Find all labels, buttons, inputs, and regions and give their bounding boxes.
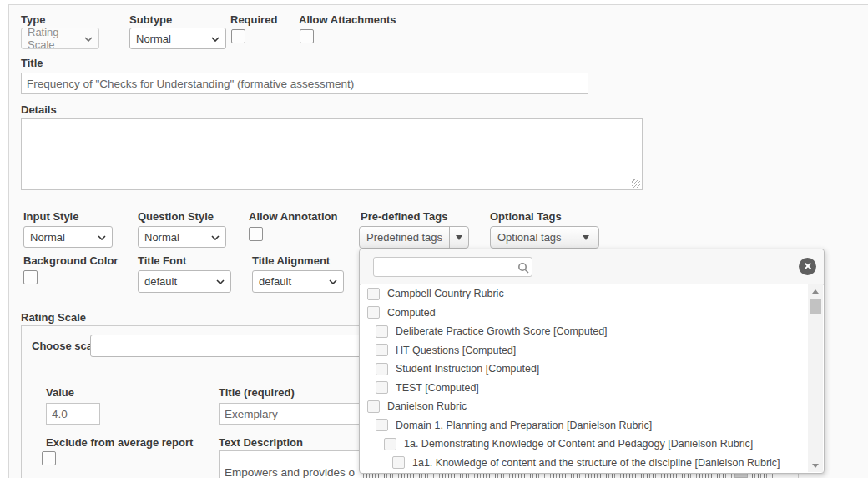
tag-list: Campbell Country RubricComputedDeliberat… bbox=[361, 284, 808, 472]
predefined-tags-dropdown-panel: Campbell Country RubricComputedDeliberat… bbox=[359, 249, 825, 474]
tag-checkbox[interactable] bbox=[392, 456, 405, 469]
tag-option-row[interactable]: Campbell Country Rubric bbox=[361, 284, 808, 304]
tag-option-row[interactable]: Computed bbox=[361, 304, 808, 323]
allow-annotation-label: Allow Annotation bbox=[249, 210, 337, 223]
tag-option-label: HT Questions [Computed] bbox=[396, 345, 516, 356]
title-font-select[interactable]: default bbox=[138, 270, 231, 293]
tag-option-label: TEST [Computed] bbox=[396, 382, 479, 394]
value-input[interactable] bbox=[46, 403, 100, 425]
predefined-tags-combobox[interactable]: Predefined tags bbox=[359, 226, 469, 249]
question-style-select[interactable]: Normal bbox=[138, 226, 226, 248]
question-editor-screen: Type Rating Scale Subtype Normal Require… bbox=[0, 0, 868, 478]
chevron-down-icon bbox=[329, 279, 337, 284]
tag-checkbox[interactable] bbox=[376, 363, 388, 375]
predefined-tags-dropdown-button[interactable] bbox=[449, 227, 468, 248]
tag-option-row[interactable]: Domain 1. Planning and Preparation [Dani… bbox=[361, 416, 808, 435]
input-style-label: Input Style bbox=[23, 210, 78, 223]
predefined-tags-value: Predefined tags bbox=[360, 227, 449, 248]
rating-scale-section-label: Rating Scale bbox=[21, 311, 86, 324]
title-label: Title bbox=[21, 57, 43, 69]
input-style-select[interactable]: Normal bbox=[23, 226, 113, 248]
scale-title-label: Title (required) bbox=[219, 386, 295, 399]
triangle-up-icon bbox=[812, 289, 819, 294]
background-color-label: Background Color bbox=[23, 254, 118, 267]
chevron-down-icon bbox=[211, 37, 220, 42]
allow-attachments-label: Allow Attachments bbox=[299, 13, 396, 26]
text-description-label: Text Description bbox=[219, 436, 303, 449]
tag-option-row[interactable]: 1a1. Knowledge of content and the struct… bbox=[361, 454, 808, 473]
subtype-select-value: Normal bbox=[136, 33, 171, 45]
subtype-label: Subtype bbox=[129, 13, 172, 26]
exclude-average-label: Exclude from average report bbox=[46, 436, 193, 449]
tag-option-row[interactable]: Student Instruction [Computed] bbox=[361, 360, 808, 379]
optional-tags-label: Optional Tags bbox=[490, 210, 562, 223]
triangle-down-icon bbox=[583, 235, 589, 240]
tag-option-row[interactable]: Deliberate Practice Growth Score [Comput… bbox=[361, 322, 808, 341]
type-select-value: Rating Scale bbox=[28, 26, 78, 51]
tag-checkbox[interactable] bbox=[376, 381, 388, 394]
exclude-average-checkbox[interactable] bbox=[42, 451, 56, 465]
tag-option-label: 1a1. Knowledge of content and the struct… bbox=[412, 457, 780, 469]
tag-checkbox[interactable] bbox=[376, 344, 388, 356]
tag-option-label: Deliberate Practice Growth Score [Comput… bbox=[396, 325, 608, 337]
allow-attachments-checkbox[interactable] bbox=[300, 29, 314, 43]
question-style-label: Question Style bbox=[138, 210, 214, 223]
optional-tags-combobox[interactable]: Optional tags bbox=[490, 226, 599, 249]
title-input[interactable] bbox=[21, 73, 588, 94]
chevron-down-icon bbox=[84, 37, 93, 42]
title-alignment-label: Title Alignment bbox=[252, 254, 330, 267]
subtype-select[interactable]: Normal bbox=[129, 28, 226, 49]
tag-option-row[interactable]: TEST [Computed] bbox=[361, 379, 808, 398]
tag-checkbox[interactable] bbox=[376, 419, 388, 431]
predefined-tags-label: Pre-defined Tags bbox=[361, 210, 448, 223]
tag-option-label: Student Instruction [Computed] bbox=[396, 363, 539, 375]
tag-search-input[interactable] bbox=[373, 257, 532, 277]
tag-option-row[interactable]: HT Questions [Computed] bbox=[361, 341, 808, 360]
tag-option-label: Computed bbox=[387, 307, 436, 319]
required-label: Required bbox=[230, 13, 277, 26]
scrollbar-thumb[interactable] bbox=[810, 299, 821, 314]
tag-option-row[interactable]: 1a. Demonstrating Knowledge of Content a… bbox=[361, 435, 808, 454]
tag-checkbox[interactable] bbox=[367, 306, 380, 319]
tag-checkbox[interactable] bbox=[384, 438, 396, 450]
type-label: Type bbox=[21, 13, 45, 26]
dropdown-panel-header bbox=[360, 249, 824, 285]
allow-annotation-checkbox[interactable] bbox=[249, 227, 263, 241]
tag-option-label: Campbell Country Rubric bbox=[387, 288, 504, 299]
triangle-down-icon bbox=[812, 464, 819, 468]
input-style-value: Normal bbox=[30, 231, 65, 244]
tag-option-label: Danielson Rubric bbox=[387, 400, 467, 412]
details-label: Details bbox=[21, 103, 57, 116]
triangle-down-icon bbox=[456, 235, 462, 240]
close-icon[interactable] bbox=[799, 258, 816, 275]
optional-tags-value: Optional tags bbox=[491, 227, 573, 248]
tag-checkbox[interactable] bbox=[367, 288, 380, 300]
resize-handle-icon[interactable] bbox=[632, 179, 640, 188]
tag-option-label: Domain 1. Planning and Preparation [Dani… bbox=[396, 420, 652, 431]
background-color-checkbox[interactable] bbox=[23, 270, 38, 284]
tag-checkbox[interactable] bbox=[376, 325, 388, 338]
title-alignment-value: default bbox=[259, 275, 291, 288]
type-select[interactable]: Rating Scale bbox=[21, 28, 99, 49]
scrollbar[interactable] bbox=[808, 284, 823, 472]
question-style-value: Normal bbox=[144, 231, 179, 244]
title-alignment-select[interactable]: default bbox=[252, 270, 344, 293]
scroll-down-button[interactable] bbox=[808, 459, 823, 472]
title-font-value: default bbox=[144, 275, 177, 288]
title-font-label: Title Font bbox=[138, 254, 186, 267]
tag-option-row[interactable]: Danielson Rubric bbox=[361, 397, 808, 416]
text-description-text: Empowers and provides o plan, adapt as n… bbox=[225, 466, 355, 478]
required-checkbox[interactable] bbox=[231, 29, 245, 43]
scroll-up-button[interactable] bbox=[808, 284, 823, 298]
optional-tags-dropdown-button[interactable] bbox=[573, 227, 598, 248]
chevron-down-icon bbox=[216, 279, 225, 284]
details-textarea[interactable] bbox=[21, 118, 643, 190]
tag-checkbox[interactable] bbox=[367, 400, 380, 413]
chevron-down-icon bbox=[211, 235, 220, 240]
search-icon bbox=[517, 262, 529, 274]
value-label: Value bbox=[46, 386, 74, 399]
tag-option-label: 1a. Demonstrating Knowledge of Content a… bbox=[404, 438, 753, 450]
chevron-down-icon bbox=[98, 235, 106, 240]
